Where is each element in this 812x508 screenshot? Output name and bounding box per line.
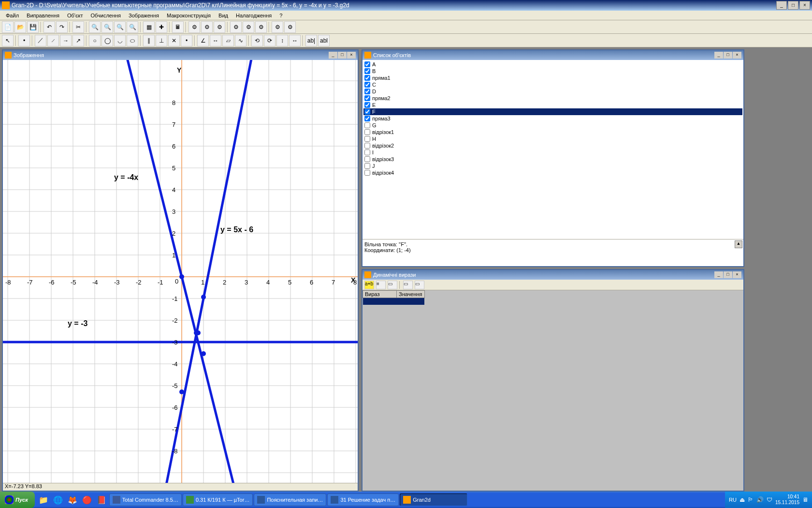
object-checkbox[interactable] [364,102,370,108]
transform-d-tool[interactable]: ↔ [289,35,301,46]
angle-tool[interactable]: ∠ [197,35,209,46]
objects-minimize[interactable]: _ [714,52,723,59]
object-item[interactable]: відрізок2 [363,142,742,149]
tool-a-button[interactable]: ⚙ [188,21,200,33]
tool-b-button[interactable]: ⚙ [201,21,213,33]
object-item[interactable]: H [363,135,742,142]
text-tool[interactable]: ab| [305,35,317,46]
object-item[interactable]: C [363,81,742,88]
circle-tool[interactable]: ○ [89,35,101,46]
bisector-tool[interactable]: ✕ [168,35,180,46]
arc-tool[interactable]: ◡ [114,35,126,46]
parallel-tool[interactable]: ∥ [143,35,155,46]
tool-d-button[interactable]: ⚙ [230,21,242,33]
zoom-window-button[interactable]: 🔍 [127,21,138,33]
object-checkbox[interactable] [364,61,370,67]
close-button[interactable]: × [799,1,810,10]
quicklaunch-ie[interactable]: 🌐 [51,493,65,507]
menu-object[interactable]: Об'єкт [63,12,87,19]
menu-help[interactable]: ? [276,12,286,19]
object-checkbox[interactable] [364,95,370,101]
midpoint-tool[interactable]: • [181,35,192,46]
zoom-out-button[interactable]: 🔍 [102,21,113,33]
zoom-fit-button[interactable]: 🔍 [114,21,126,33]
tray-icon-4[interactable]: 🛡 [767,496,772,503]
col-expression[interactable]: Вираз [363,291,397,298]
object-item[interactable]: D [363,88,742,95]
start-button[interactable]: Пуск [0,492,35,508]
expr-tool-1[interactable]: ≡ [376,281,386,289]
new-button[interactable]: 📄 [2,21,14,33]
line-tool[interactable]: ／ [35,35,46,46]
menu-image[interactable]: Зображення [125,12,163,19]
object-checkbox[interactable] [364,156,370,162]
object-checkbox[interactable] [364,75,370,81]
object-checkbox[interactable] [364,89,370,94]
menu-view[interactable]: Вид [215,12,232,19]
calc-button[interactable]: 🖩 [172,21,184,33]
object-item[interactable]: пряма1 [363,75,742,81]
object-item[interactable]: пряма3 [363,115,742,122]
tool-e-button[interactable]: ⚙ [243,21,254,33]
perpendicular-tool[interactable]: ⊥ [156,35,167,46]
task-utorrent[interactable]: 0.31 К/191 К — µTor… [183,493,253,506]
object-item[interactable]: F [363,108,742,115]
quicklaunch-opera[interactable]: 🔴 [80,493,94,507]
quicklaunch-firefox[interactable]: 🦊 [66,493,79,507]
tool-f-button[interactable]: ⚙ [255,21,267,33]
save-button[interactable]: 💾 [27,21,39,33]
expr-tool-3[interactable]: ▭ [403,281,413,289]
col-value[interactable]: Значення [397,291,425,298]
object-checkbox[interactable] [364,163,370,169]
minimize-button[interactable]: _ [776,1,787,10]
tray-icon-1[interactable]: ⏏ [740,496,745,503]
redo-button[interactable]: ↷ [56,21,68,33]
tray-icon-3[interactable]: 🔊 [756,496,764,503]
object-item[interactable]: пряма2 [363,95,742,102]
object-checkbox[interactable] [364,129,370,135]
task-gran2d[interactable]: Gran2d [400,493,467,506]
dynamic-maximize[interactable]: □ [724,271,732,278]
menu-edit[interactable]: Виправлення [23,12,63,19]
object-item[interactable]: відрізок3 [363,156,742,163]
tray-icon-2[interactable]: 🏳 [748,496,754,503]
object-item[interactable]: A [363,61,742,68]
object-item[interactable]: відрізок4 [363,169,742,176]
objects-close[interactable]: × [733,52,741,59]
task-word-2[interactable]: 31 Решение задач п… [327,493,399,506]
menu-macro[interactable]: Макроконструкція [163,12,215,19]
object-checkbox[interactable] [364,82,370,88]
object-item[interactable]: відрізок1 [363,129,742,135]
object-checkbox[interactable] [364,136,370,142]
segment-tool[interactable]: ⟋ [47,35,59,46]
menu-file[interactable]: Файл [2,12,23,19]
cut-button[interactable]: ✂ [72,21,84,33]
zoom-in-button[interactable]: 🔍 [89,21,101,33]
transform-c-tool[interactable]: ↕ [276,35,288,46]
object-item[interactable]: B [363,68,742,75]
select-tool[interactable]: ↖ [2,35,14,46]
graph-canvas[interactable]: Y X y = -4x y = 5x - 6 y = -3 -8-7-6-5-4… [3,60,358,483]
graph-maximize[interactable]: □ [338,52,347,59]
scroll-up-icon[interactable]: ▲ [735,240,742,248]
dynamic-close[interactable]: × [733,271,741,278]
expr-tool-2[interactable]: ▭ [388,281,397,289]
quicklaunch-explorer[interactable]: 📁 [37,493,50,507]
vector-tool[interactable]: ↗ [72,35,84,46]
ellipse-tool[interactable]: ⬭ [127,35,138,46]
open-button[interactable]: 📂 [14,21,26,33]
area-tool[interactable]: ▱ [222,35,234,46]
graph-close[interactable]: × [347,52,356,59]
point-tool[interactable]: • [18,35,30,46]
object-item[interactable]: E [363,102,742,108]
object-item[interactable]: J [363,163,742,169]
object-checkbox[interactable] [364,143,370,149]
clock[interactable]: 10:41 15.11.2015 [775,494,799,506]
object-checkbox[interactable] [364,116,370,121]
object-checkbox[interactable] [364,170,370,176]
graph-minimize[interactable]: _ [329,52,337,59]
object-checkbox[interactable] [364,149,370,155]
menu-calc[interactable]: Обчислення [87,12,125,19]
ray-tool[interactable]: → [60,35,72,46]
object-item[interactable]: I [363,149,742,156]
